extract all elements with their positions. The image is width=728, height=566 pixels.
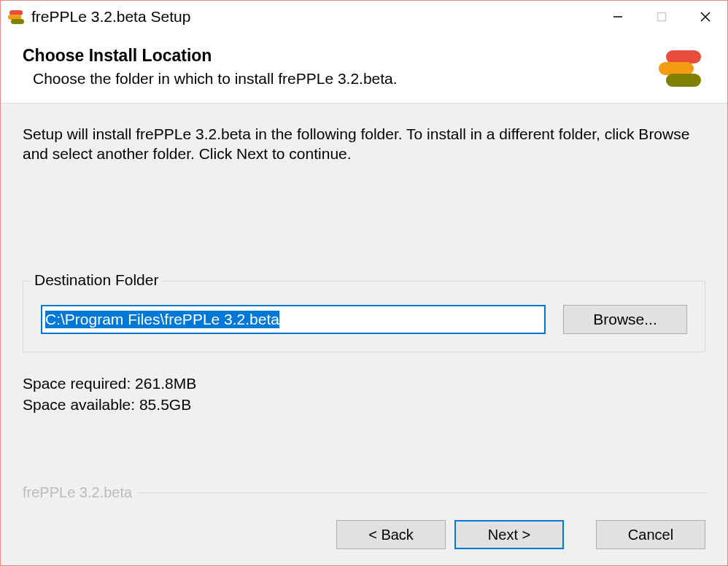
- svg-rect-9: [666, 74, 701, 87]
- install-path-input[interactable]: C:\Program Files\frePPLe 3.2.beta: [41, 305, 546, 334]
- content-area: Setup will install frePPLe 3.2.beta in t…: [1, 104, 727, 508]
- titlebar: frePPLe 3.2.beta Setup: [1, 1, 727, 33]
- folder-row: C:\Program Files\frePPLe 3.2.beta Browse…: [41, 305, 687, 334]
- close-button[interactable]: [684, 1, 727, 33]
- brand-logo-icon: [656, 46, 702, 93]
- header-section: Choose Install Location Choose the folde…: [1, 33, 727, 104]
- svg-rect-8: [659, 62, 694, 75]
- next-button[interactable]: Next >: [454, 520, 564, 549]
- minimize-icon: [613, 12, 623, 22]
- window-title: frePPLe 3.2.beta Setup: [31, 8, 596, 26]
- space-required-text: Space required: 261.8MB: [23, 373, 705, 394]
- minimize-button[interactable]: [596, 1, 640, 33]
- button-spacer: [573, 520, 587, 549]
- cancel-button[interactable]: Cancel: [596, 520, 705, 549]
- installer-window: frePPLe 3.2.beta Setup Choose Install Lo…: [0, 0, 728, 566]
- install-path-value: C:\Program Files\frePPLe 3.2.beta: [45, 311, 279, 328]
- close-icon: [700, 11, 711, 23]
- svg-rect-0: [9, 10, 23, 15]
- maximize-icon: [657, 12, 667, 22]
- branding-row: frePPLe 3.2.beta: [23, 484, 705, 501]
- instructions-text: Setup will install frePPLe 3.2.beta in t…: [23, 124, 705, 164]
- page-heading: Choose Install Location: [23, 46, 656, 66]
- page-subheading: Choose the folder in which to install fr…: [33, 70, 656, 88]
- back-button[interactable]: < Back: [336, 520, 446, 549]
- svg-rect-2: [11, 19, 24, 24]
- maximize-button: [640, 1, 684, 33]
- svg-rect-7: [666, 50, 701, 63]
- groupbox-label: Destination Folder: [31, 271, 162, 289]
- window-controls: [596, 1, 727, 33]
- footer-buttons: < Back Next > Cancel: [1, 508, 727, 565]
- destination-folder-group: Destination Folder C:\Program Files\freP…: [23, 281, 705, 352]
- branding-text: frePPLe 3.2.beta: [23, 484, 136, 501]
- app-icon: [7, 7, 26, 26]
- browse-button[interactable]: Browse...: [563, 305, 687, 334]
- header-text: Choose Install Location Choose the folde…: [23, 46, 656, 88]
- svg-rect-1: [8, 15, 21, 20]
- branding-divider: [136, 492, 705, 493]
- svg-rect-4: [658, 13, 666, 21]
- space-available-text: Space available: 85.5GB: [23, 394, 705, 415]
- space-info: Space required: 261.8MB Space available:…: [23, 373, 705, 416]
